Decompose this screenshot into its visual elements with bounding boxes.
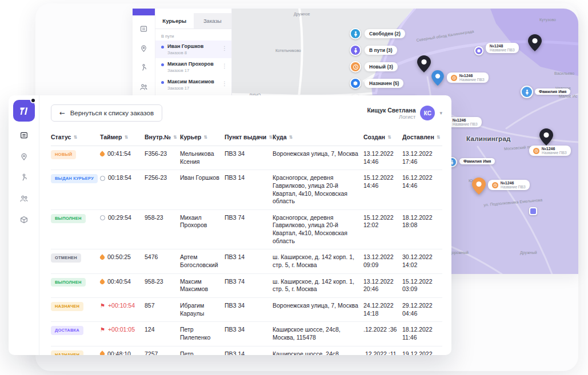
table-row[interactable]: НАЗНАЧЕН 00:48:10 7257 Петр Пилепенко ПВ… (51, 346, 442, 355)
courier-cell: Петр Пилепенко (180, 326, 221, 341)
clients-icon[interactable] (139, 83, 148, 91)
pvz-cell: ПВЗ 14 (225, 253, 269, 261)
status-badge: ДОСТАВКА (51, 326, 83, 335)
flag-icon: ⚑ (100, 327, 105, 333)
destination-cell: Воронежская улица, 7, Москва (273, 302, 360, 310)
package-icon[interactable] (19, 215, 29, 224)
table-row[interactable]: НОВЫЙ 00:41:54 F356-23 Мельникова Ксения… (51, 146, 442, 170)
pvz-pin-blue[interactable] (431, 70, 444, 86)
map-place-label: Малое Ис (559, 94, 577, 98)
pvz-chip[interactable]: №1246 Название ПВЗ (529, 146, 571, 156)
internal-number-cell: 857 (145, 302, 177, 310)
pvz-chip[interactable]: №1246 Название ПВЗ (488, 180, 530, 190)
status-badge: ВЫДАН КУРЬЕРУ (51, 174, 98, 183)
column-header-internal[interactable]: Внутр.№⇅ (145, 134, 177, 140)
courier-list-item[interactable]: Иван Горшков Заказов 8 ⋮ (155, 41, 231, 58)
column-header-destination[interactable]: Куда⇅ (273, 134, 360, 140)
pvz-cell: ПВЗ 34 (225, 302, 269, 310)
courier-list-item[interactable]: Максим Максимов Заказов 17 ⋮ (155, 76, 231, 94)
courier-name: Михаил Прохоров (167, 61, 214, 67)
table-row[interactable]: ВЫПОЛНЕН 00:29:54 958-23 Михаил Прохоров… (51, 210, 442, 250)
legend-item-free[interactable]: Свободен (2) (350, 28, 418, 39)
map-pin-icon[interactable] (19, 152, 29, 161)
column-header-created[interactable]: Создан⇅ (363, 134, 399, 140)
flame-icon (99, 255, 105, 261)
clients-icon[interactable] (19, 194, 29, 203)
back-arrow-icon: ← (59, 109, 65, 117)
in-transit-courier-icon (350, 45, 361, 56)
courier-name: Максим Максимов (167, 79, 214, 84)
courier-chip[interactable]: Фамилия Имя (535, 88, 570, 95)
courier-icon[interactable] (19, 173, 29, 182)
assigned-order-icon (350, 78, 361, 89)
internal-number-cell: F256-23 (145, 174, 177, 182)
table-row[interactable]: НАЗНАЧЕН ⚑+00:10:54 857 Ибрагим Караулы … (51, 298, 442, 322)
pvz-pin-black[interactable] (528, 34, 542, 51)
courier-cell: Ибрагим Караулы (180, 302, 221, 317)
pvz-name: Название ПВЗ (501, 185, 526, 189)
table-row[interactable]: ОТМЕНЕН 00:50:25 5476 Артем Богословский… (51, 249, 442, 273)
table-row[interactable]: ВЫПОЛНЕН 00:40:54 958-23 Максим Максимов… (51, 274, 442, 298)
legend-label: В пути (3) (365, 46, 397, 55)
courier-cell: Михаил Прохоров (180, 214, 221, 229)
user-menu[interactable]: Кищук Светлана Логист КС ▾ (367, 106, 442, 120)
courier-list-item[interactable]: Михаил Прохоров Заказов 17 ⋮ (155, 58, 231, 76)
column-header-timer[interactable]: Таймер⇅ (100, 134, 141, 140)
pvz-name: Название ПВЗ (490, 48, 515, 52)
kebab-menu-icon[interactable]: ⋮ (222, 45, 227, 51)
back-to-orders-button[interactable]: ← Вернуться к списку заказов (51, 104, 162, 122)
status-badge: ВЫПОЛНЕН (51, 214, 86, 223)
pvz-cell: ПВЗ 34 (225, 150, 269, 158)
user-role: Логист (367, 114, 415, 120)
status-cell: ВЫДАН КУРЬЕРУ (51, 174, 97, 183)
courier-cell: Артем Богословский (180, 253, 221, 269)
column-header-courier[interactable]: Курьер⇅ (180, 134, 221, 140)
timer-cell: 00:41:54 (100, 150, 141, 158)
orders-list-icon[interactable] (139, 25, 148, 33)
tab-couriers[interactable]: Курьеры (155, 13, 194, 29)
legend-label: Новый (3) (365, 62, 398, 71)
kebab-menu-icon[interactable]: ⋮ (222, 80, 227, 87)
orders-window: ← Вернуться к списку заказов Кищук Светл… (9, 95, 451, 355)
pvz-cell: ПВЗ 14 (225, 350, 269, 355)
legend-item-assigned[interactable]: Назначен (5) (350, 78, 418, 89)
pvz-pin-black[interactable] (539, 128, 553, 146)
courier-marker[interactable] (521, 86, 533, 98)
column-header-status[interactable]: Статус⇅ (51, 134, 97, 140)
map-pin-icon[interactable] (139, 44, 148, 53)
column-header-delivered[interactable]: Доставлен⇅ (402, 134, 442, 140)
courier-icon[interactable] (139, 63, 148, 72)
legend-item-in-transit[interactable]: В пути (3) (350, 45, 418, 56)
pvz-status-icon[interactable] (474, 46, 483, 55)
pvz-pin-orange[interactable] (472, 178, 486, 195)
legend-item-new[interactable]: Новый (3) (350, 61, 418, 72)
timer-cell: ⚑+00:10:54 (100, 302, 141, 310)
internal-number-cell: 124 (145, 326, 177, 334)
created-cell: .12.2022 :11 (363, 350, 399, 355)
created-cell: 13.12.2022 14:46 (363, 150, 399, 166)
legend-label: Назначен (5) (365, 79, 403, 88)
internal-number-cell: 958-23 (145, 214, 177, 222)
pvz-chip[interactable]: №1246 Название ПВЗ (447, 72, 489, 83)
station-icon[interactable] (529, 207, 537, 215)
internal-number-cell: 7257 (145, 350, 177, 355)
status-dot (161, 46, 164, 49)
courier-chip[interactable]: Фамилия Имя (459, 158, 495, 164)
tab-orders[interactable]: Заказы (194, 13, 232, 29)
kebab-menu-icon[interactable]: ⋮ (222, 63, 227, 69)
orders-header: ← Вернуться к списку заказов Кищук Светл… (51, 103, 442, 123)
back-button-label: Вернуться к списку заказов (70, 110, 154, 116)
timer-cell: ⚑+00:01:05 (100, 326, 141, 334)
orders-list-icon[interactable] (19, 131, 29, 140)
delivered-cell: 18.12.2022 18:08 (402, 214, 442, 229)
pvz-number: №1246 (501, 181, 526, 185)
column-header-pvz[interactable]: Пункт выдачи⇅ (225, 134, 269, 140)
table-row[interactable]: ВЫДАН КУРЬЕРУ 00:18:54 F256-23 Иван Горш… (51, 170, 442, 210)
delivered-cell: 18.12.2022 11:46 (402, 326, 442, 341)
status-cell: НАЗНАЧЕН (51, 350, 97, 355)
pvz-chip[interactable]: №1248 Название ПВЗ (486, 43, 519, 53)
table-row[interactable]: ДОСТАВКА ⚑+00:01:05 124 Петр Пилепенко П… (51, 322, 442, 346)
sort-icon: ⇅ (73, 135, 77, 140)
timer-cell: 00:29:54 (100, 214, 141, 222)
pvz-pin-black[interactable] (417, 55, 431, 72)
